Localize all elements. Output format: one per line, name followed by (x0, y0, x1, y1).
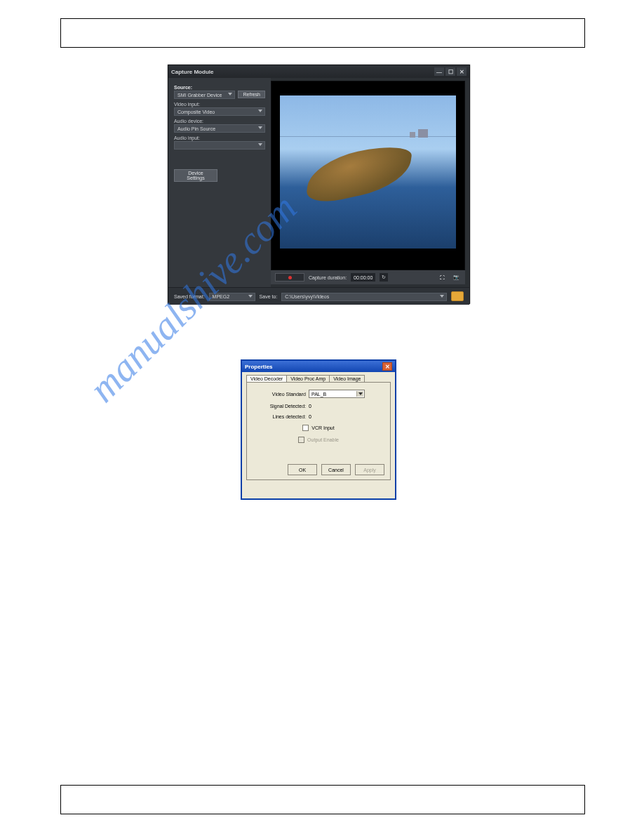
chevron-down-icon (258, 126, 262, 129)
source-label: Source: (174, 85, 265, 90)
video-standard-select[interactable]: PAL_B (309, 390, 365, 398)
audio-input-dropdown[interactable] (174, 141, 265, 150)
save-to-dropdown[interactable]: C:\Users\yvy\Videos (281, 293, 447, 301)
video-input-value: Composite Video (177, 110, 215, 114)
properties-title: Properties (245, 364, 273, 370)
capture-duration-value: 00:00:00 (351, 273, 375, 282)
signal-detected-value: 0 (309, 404, 311, 409)
loop-button[interactable]: ↻ (380, 273, 388, 282)
chevron-down-icon (356, 391, 363, 397)
chevron-down-icon (258, 110, 262, 112)
audio-input-label: Audio input: (174, 135, 265, 140)
apply-button: Apply (355, 464, 384, 475)
capture-preview-pane: Capture duration: 00:00:00 ↻ ⛶ 📷 (271, 78, 469, 287)
cancel-button[interactable]: Cancel (321, 464, 351, 475)
chevron-down-icon (258, 143, 262, 146)
device-settings-button[interactable]: Device Settings (174, 169, 217, 182)
close-button[interactable]: ✕ (382, 362, 392, 371)
capture-controls: Capture duration: 00:00:00 ↻ ⛶ 📷 (271, 270, 465, 284)
properties-dialog: Properties ✕ Video Decoder Video Proc Am… (241, 359, 396, 500)
output-enable-checkbox (298, 437, 304, 443)
source-dropdown[interactable]: SMI Grabber Device (174, 91, 235, 99)
properties-titlebar: Properties ✕ (242, 361, 395, 372)
source-value: SMI Grabber Device (177, 93, 222, 98)
tab-video-decoder[interactable]: Video Decoder (246, 375, 287, 382)
saved-format-value: MPEG2 (213, 294, 230, 299)
fullscreen-icon[interactable]: ⛶ (437, 273, 447, 282)
minimize-button[interactable]: — (434, 67, 444, 76)
refresh-button[interactable]: Refresh (238, 91, 265, 98)
ok-button[interactable]: OK (288, 464, 317, 475)
chevron-down-icon (440, 295, 444, 298)
capture-titlebar: Capture Module — ☐ ✕ (168, 65, 469, 78)
record-icon (288, 276, 292, 279)
chevron-down-icon (248, 295, 253, 298)
capture-footer: Saved format: MPEG2 Save to: C:\Users\yv… (168, 287, 469, 305)
browse-folder-button[interactable] (451, 291, 464, 301)
signal-detected-label: Signal Detected: (254, 404, 306, 409)
video-standard-label: Video Standard (254, 392, 306, 397)
video-standard-value: PAL_B (311, 392, 326, 397)
vcr-input-checkbox[interactable] (302, 425, 309, 431)
record-button[interactable] (275, 273, 304, 282)
video-preview (271, 81, 465, 270)
saved-format-label: Saved format: (174, 294, 205, 299)
capture-duration-label: Capture duration: (309, 275, 347, 280)
saved-format-dropdown[interactable]: MPEG2 (209, 293, 255, 301)
close-button[interactable]: ✕ (457, 67, 467, 76)
audio-device-value: Audio Pin Source (177, 126, 215, 131)
vcr-input-label: VCR Input (311, 425, 334, 430)
camera-icon[interactable]: 📷 (451, 273, 461, 282)
page-footer-frame (60, 785, 585, 814)
output-enable-label: Output Enable (307, 437, 339, 442)
maximize-button[interactable]: ☐ (445, 67, 455, 76)
capture-sidebar: Source: SMI Grabber Device Refresh Video… (168, 78, 271, 287)
video-input-label: Video input: (174, 102, 265, 107)
tab-video-proc-amp[interactable]: Video Proc Amp (286, 375, 330, 382)
tab-video-image[interactable]: Video Image (329, 375, 365, 382)
audio-device-label: Audio device: (174, 119, 265, 124)
capture-module-window: Capture Module — ☐ ✕ Source: SMI Grabber… (168, 65, 470, 304)
audio-device-dropdown[interactable]: Audio Pin Source (174, 124, 265, 133)
save-to-value: C:\Users\yvy\Videos (285, 294, 329, 299)
properties-tabs: Video Decoder Video Proc Amp Video Image (246, 375, 391, 382)
video-input-dropdown[interactable]: Composite Video (174, 107, 265, 116)
preview-scene (280, 95, 456, 249)
properties-panel: Video Standard PAL_B Signal Detected: 0 … (246, 382, 391, 480)
capture-title: Capture Module (171, 69, 213, 75)
lines-detected-value: 0 (309, 414, 311, 419)
save-to-label: Save to: (260, 294, 278, 299)
page-header-frame (60, 18, 585, 48)
lines-detected-label: Lines detected: (254, 414, 306, 419)
chevron-down-icon (228, 93, 232, 95)
